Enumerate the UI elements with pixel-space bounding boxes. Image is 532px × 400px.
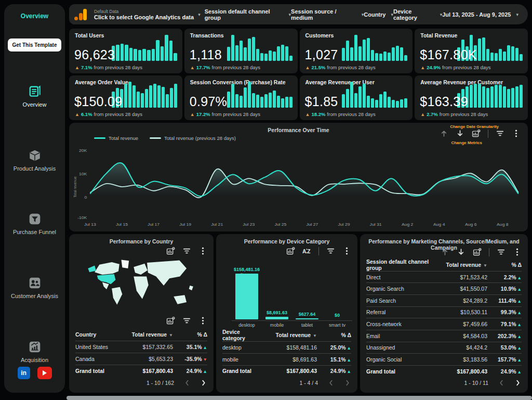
table-row[interactable]: Grand total $167,800.43 24.9%▲	[75, 365, 207, 377]
kpi-value: 1,027	[305, 47, 338, 62]
move-down-icon[interactable]	[457, 248, 466, 256]
kpi-delta: ▲ 17.2% from previous 28 days	[190, 111, 260, 117]
table-header-row: Session default channel group Total reve…	[366, 259, 522, 271]
table-row[interactable]: Cross-network $7,459.66 79.1%▲	[366, 318, 522, 330]
table-row[interactable]: Referral $10,530.11 99.3%▲	[366, 306, 522, 318]
kpi-delta: ▲ 24.9% from previous 28 days	[420, 64, 490, 70]
table-row[interactable]: Grand total $167,800.43 24.9%▲	[366, 365, 522, 377]
kpi-card-5[interactable]: Session Conversion (Purchase) Rate 0.97%…	[184, 75, 298, 120]
kpi-value: 0.97%	[190, 94, 227, 109]
more-options-icon[interactable]	[342, 247, 351, 255]
kpi-card-4[interactable]: Average Order Value $150.09 ▲ 6.1% from …	[69, 75, 182, 120]
linkedin-icon[interactable]: in	[18, 367, 30, 379]
sidebar-item-acquisition[interactable]: Acquisition	[4, 340, 65, 364]
bar-columns: $158,481.16 $8,691.63 $627.64 $0	[232, 259, 352, 319]
sidebar-item-purchase-funnel[interactable]: Purchase Funnel	[4, 212, 65, 236]
chart-settings-icon[interactable]	[166, 247, 175, 255]
filter-dropdown-2[interactable]: Country ▾	[364, 11, 393, 18]
arrow-up-icon: ▲	[190, 65, 195, 70]
kpi-card-6[interactable]: Average Revenue per User $1.85 ▲ 18.2% f…	[300, 75, 413, 120]
sidebar-item-customer-analysis[interactable]: Customer Analysis	[4, 276, 65, 300]
move-down-icon[interactable]	[456, 129, 464, 138]
time-series-chart[interactable]: 20K10K0-10KJul 13Jul 15Jul 17Jul 19Jul 2…	[72, 145, 525, 229]
table-row[interactable]: Canada $5,653.23 -35.9%▼	[75, 353, 207, 365]
arrow-up-icon: ▲	[347, 369, 351, 374]
svg-text:Aug 6: Aug 6	[465, 222, 477, 226]
filter-icon[interactable]	[496, 129, 504, 138]
filter-icon[interactable]	[497, 248, 506, 256]
world-map[interactable]	[73, 257, 209, 314]
table-row[interactable]: Organic Search $41,550.07 10.9%▲	[366, 282, 522, 294]
table-row[interactable]: Paid Search $24,289.2 111.4%▲	[366, 294, 522, 306]
youtube-icon[interactable]	[37, 367, 52, 379]
kpi-delta: ▲ 21.5% from previous 28 days	[305, 64, 376, 70]
table-row[interactable]: United States $157,332.65 35.1%▲	[75, 341, 207, 353]
filter-icon[interactable]	[326, 247, 335, 255]
table-row[interactable]: desktop $158,481.16 25.0%▲	[222, 341, 351, 353]
svg-text:A: A	[302, 249, 307, 254]
filter-icon[interactable]	[182, 316, 191, 325]
table-row[interactable]: Unassigned $4,424.2 53.0%▲	[366, 342, 522, 354]
sort-column-header[interactable]: Total revenue▼	[431, 262, 487, 268]
legend-item-0[interactable]: Total revenue	[94, 135, 138, 141]
sort-column-header[interactable]: Total revenue▼	[117, 331, 173, 338]
next-page-button[interactable]	[200, 379, 207, 386]
kpi-card-3[interactable]: Total Revenue $167.80K ▲ 24.9% from prev…	[415, 29, 528, 73]
bar-tablet[interactable]: $627.64	[292, 259, 322, 319]
performance-by-channels-panel: Performance by Marketing Channels, Sourc…	[360, 234, 528, 393]
filter-dropdown-0[interactable]: Session default channel group ▾	[205, 8, 291, 21]
map-region-us	[97, 274, 116, 284]
sort-column-header[interactable]: Total revenue▼	[261, 332, 317, 338]
bar-smart-tv[interactable]: $0	[322, 259, 352, 319]
bar-mobile[interactable]: $8,691.63	[262, 259, 292, 319]
kpi-card-2[interactable]: Customers 1,027 ▲ 21.5% from previous 28…	[300, 29, 413, 73]
filter-icon[interactable]	[182, 247, 191, 255]
chart-settings-icon[interactable]	[473, 248, 482, 256]
performance-over-time-panel: Performance Over Time Change Date Granul…	[69, 123, 528, 231]
chart-settings-icon[interactable]	[472, 129, 481, 138]
chart-settings-icon[interactable]	[286, 247, 295, 255]
svg-text:Jul 15: Jul 15	[116, 222, 128, 226]
more-options-icon[interactable]	[198, 247, 207, 255]
map-region-asia	[147, 260, 187, 286]
sidebar-item-product-analysis[interactable]: Product Analysis	[4, 149, 65, 172]
next-page-button[interactable]	[514, 379, 522, 386]
kpi-card-1[interactable]: Transactions 1,118 ▲ 17.7% from previous…	[184, 29, 298, 73]
sort-az-icon[interactable]: AZ	[302, 247, 311, 255]
device-bar-chart[interactable]: Total revenue $158,481.16 $8,691.63 $627…	[232, 259, 352, 328]
more-options-icon[interactable]	[512, 129, 521, 138]
data-source-value: Click to select Google Analytics data	[94, 14, 194, 20]
previous-page-button[interactable]	[327, 379, 335, 386]
more-options-icon[interactable]	[198, 316, 207, 325]
kpi-card-7[interactable]: Average Revenue per Customer $163.39 ▲ 2…	[415, 75, 528, 120]
filter-dropdown-1[interactable]: Session source / medium ▾	[291, 8, 364, 21]
legend-item-1[interactable]: Total revenue (previous 28 days)	[150, 135, 236, 141]
bar-desktop[interactable]: $158,481.16	[232, 259, 262, 319]
move-up-icon[interactable]	[441, 248, 449, 256]
move-up-icon[interactable]	[440, 129, 448, 138]
more-options-icon[interactable]	[513, 248, 522, 256]
arrow-up-icon: ▲	[517, 275, 522, 280]
table-row[interactable]: Grand total $167,800.43 24.9%▲	[222, 365, 351, 377]
date-range-picker[interactable]: Jul 13, 2025 - Aug 9, 2025 ▾	[442, 11, 518, 18]
previous-page-button[interactable]	[183, 379, 191, 386]
svg-text:Jul 17: Jul 17	[148, 222, 159, 226]
next-page-button[interactable]	[344, 379, 351, 386]
svg-text:Jul 13: Jul 13	[84, 222, 96, 226]
kpi-value: 1,118	[190, 47, 222, 62]
sidebar-item-overview[interactable]: Overview	[4, 85, 65, 108]
horizontal-scrollbar[interactable]	[66, 396, 532, 400]
previous-page-button[interactable]	[498, 379, 505, 386]
chart-settings-icon[interactable]	[166, 316, 175, 325]
filter-dropdown-3[interactable]: Device category ▾	[393, 8, 442, 21]
table-row[interactable]: Direct $71,523.42 2.2%▲	[366, 271, 522, 283]
data-source-selector[interactable]: Default Data Click to select Google Anal…	[94, 9, 201, 20]
table-row[interactable]: Organic Social $3,183.56 157.7%▲	[366, 353, 522, 365]
table-row[interactable]: Email $4,584.03 202.3%▲	[366, 330, 522, 342]
arrow-up-icon: ▲	[517, 345, 522, 351]
kpi-card-0[interactable]: Total Users 96,623 ▲ 7.1% from previous …	[69, 29, 182, 73]
table-row[interactable]: mobile $8,691.63 15.1%▲	[222, 353, 351, 365]
channels-toolbar	[441, 248, 522, 256]
kpi-delta: ▲ 18.2% from previous 28 days	[305, 111, 376, 117]
get-template-button[interactable]: Get This Template	[8, 38, 62, 51]
